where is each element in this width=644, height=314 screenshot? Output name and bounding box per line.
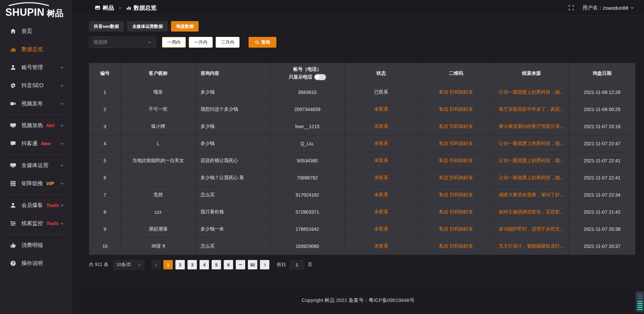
page-button-5[interactable]: 5 (212, 260, 221, 269)
date-cell: 2021-11-07 22:34 (569, 187, 636, 204)
table-row: 8zzz我只看价格572803371未联系私信 扫码加好友如何正确选择投影仪，买… (89, 204, 636, 221)
footer: Copyright 树品 2021 备案号：粤ICP备09019646号 (72, 286, 644, 314)
page-button-92[interactable]: 92 (248, 260, 257, 269)
query-button[interactable]: 查询 (249, 37, 276, 48)
qrcode-link[interactable]: 私信 扫码加好友 (418, 135, 494, 152)
page-button-2[interactable]: 2 (175, 260, 185, 269)
nickname-cell: 狐小狸 (121, 118, 196, 135)
table-row: 6多少钱？让我死心 看70898792未联系私信 扫码加好友让你一眼就爱上的黑科… (89, 169, 636, 187)
qrcode-link[interactable]: 私信 扫码加好友 (418, 169, 494, 187)
next-page-button[interactable] (260, 260, 269, 269)
page-button-6[interactable]: 6 (224, 260, 233, 269)
qrcode-link[interactable]: 私信 扫码加好友 (418, 204, 494, 221)
qrcode-link[interactable]: 私信 扫码加好友 (418, 84, 494, 101)
page-button-1[interactable]: 1 (163, 260, 173, 269)
sidebar-item-account-management[interactable]: 账号管理 (0, 58, 72, 76)
fullscreen-icon[interactable] (569, 5, 574, 10)
nickname-cell: zzz (121, 204, 196, 221)
sidebar-item-home[interactable]: 首页 (0, 22, 72, 40)
sidebar-item-badge: New (41, 141, 51, 146)
pagination: 共 911 条 10条/页 123456•••92 前往 1 页 (89, 260, 636, 270)
sidebar-item-all-media-operation[interactable]: 全媒体运营 (0, 156, 72, 174)
sidebar-item-label: 抖音SEO (21, 82, 44, 89)
page-button-3[interactable]: 3 (187, 260, 197, 269)
breadcrumb-page[interactable]: 数据总览 (134, 4, 157, 12)
sidebar-item-consumption-details[interactable]: 消费明细 (0, 236, 72, 254)
phone-only-toggle[interactable] (314, 74, 326, 80)
sidebar-item-operation-guide[interactable]: 操作说明 (0, 254, 72, 272)
user-icon (10, 64, 16, 70)
tab-询盘数据[interactable]: 询盘数据 (171, 21, 199, 32)
sidebar-item-data-overview[interactable]: 数据总览 (0, 40, 72, 58)
period-button-一周内[interactable]: 一周内 (162, 37, 186, 48)
breadcrumb-app[interactable]: 树品 (103, 4, 114, 12)
sidebar-item-douketong[interactable]: 抖客通New (0, 135, 72, 153)
chevron-down-icon (60, 142, 64, 146)
source-link[interactable]: 让你一眼就爱上的黑科技，能... (494, 84, 569, 101)
sidebar-item-douyin-seo[interactable]: 抖音SEO (0, 76, 72, 95)
column-header-客户昵称: 客户昵称 (121, 63, 196, 84)
tab-全媒体运营数据[interactable]: 全媒体运营数据 (127, 21, 168, 32)
date-cell: 2021-11-08 00:25 (569, 101, 636, 118)
sidebar-item-member-baoke[interactable]: 会员爆客Tools (0, 196, 72, 214)
chevron-down-icon (60, 181, 64, 186)
goto-page-input[interactable]: 1 (289, 260, 304, 270)
breadcrumb: 树品 > 数据总览 (95, 4, 157, 12)
filter-select-placeholder: 请选择 (93, 39, 107, 45)
qrcode-link[interactable]: 私信 扫码加好友 (418, 101, 494, 118)
phone-toggle-line: 只显示电话 (289, 74, 326, 80)
sidebar-divider (6, 234, 66, 234)
page-size-select[interactable]: 10条/页 (113, 260, 145, 270)
floating-widget-stripes (637, 301, 643, 310)
ellipsis-button[interactable]: ••• (236, 260, 245, 269)
nickname-cell: 36度 8 (121, 238, 196, 255)
sidebar-item-label: 视频加热 (21, 122, 43, 129)
qrcode-link[interactable]: 私信 扫码加好友 (418, 221, 494, 238)
qrcode-link[interactable]: 私信 扫码加好友 (418, 118, 494, 135)
qrcode-link[interactable]: 私信 扫码加好友 (418, 187, 494, 204)
user-menu[interactable]: 用户名： zswodun88 (583, 5, 634, 11)
sidebar-item-video-heating[interactable]: 视频加热Hot (0, 116, 72, 135)
page-button-4[interactable]: 4 (200, 260, 209, 269)
sidebar-item-matrix-boost[interactable]: 矩阵助推VIP (0, 174, 72, 193)
table-row: 7觉然怎么买917024162未联系私信 扫码加好友感谢大家喜欢我家，被问了好.… (89, 187, 636, 204)
sidebar-item-clue-monitoring[interactable]: 线索监控Tools (0, 214, 72, 232)
row-number: 1 (89, 84, 121, 101)
source-link[interactable]: 被大家追着问的客厅投影分享... (494, 118, 569, 135)
content-cell: 我只看价格 (196, 204, 270, 221)
source-link[interactable]: 如何正确选择投影仪，买投影... (494, 204, 569, 221)
tab-抖音seo数据[interactable]: 抖音seo数据 (89, 21, 124, 32)
row-number: 2 (89, 101, 121, 118)
qrcode-link[interactable]: 私信 扫码加好友 (418, 152, 494, 169)
qrcode-link[interactable]: 私信 扫码加好友 (418, 238, 494, 255)
source-link[interactable]: 感谢大家喜欢我家，被问了好... (494, 187, 569, 204)
date-cell: 2021-11-07 23:18 (569, 118, 636, 135)
phone-column-title: 帐号（电话） (293, 66, 321, 72)
status-cell: 已联系 (344, 84, 418, 101)
nickname-cell: L (121, 135, 196, 152)
source-link[interactable]: 让你一眼就爱上的黑科技，能... (494, 169, 569, 187)
period-button-一月内[interactable]: 一月内 (189, 37, 213, 48)
date-cell: 2021-11-07 21:42 (569, 204, 636, 221)
status-cell: 未联系 (344, 152, 418, 169)
prev-page-button[interactable] (151, 260, 161, 269)
source-link[interactable]: 让你一眼就爱上的黑科技，能... (494, 152, 569, 169)
source-link[interactable]: 客厅安装投影半年多了，真实... (494, 101, 569, 118)
chevron-down-icon (60, 123, 64, 127)
content-cell: 怎么买 (196, 238, 270, 255)
source-link[interactable]: 多功能护栏灯，适用于乡村文... (494, 221, 569, 238)
floating-widget[interactable] (636, 292, 644, 312)
status-cell: 未联系 (344, 204, 418, 221)
date-cell: 2021-11-07 22:41 (569, 169, 636, 187)
status-cell: 未联系 (344, 238, 418, 255)
source-link[interactable]: 无主灯设计，智能磁吸轨道灯... (494, 238, 569, 255)
content-cell: 多少钱一米 (196, 221, 270, 238)
sidebar-item-video-publish[interactable]: 视频发布 (0, 95, 72, 113)
row-number: 5 (89, 152, 121, 169)
row-number: 4 (89, 135, 121, 152)
account-cell: love__1215 (270, 118, 344, 135)
filter-select[interactable]: 请选择 (89, 37, 156, 48)
sidebar-item-badge: Tools (46, 203, 59, 208)
source-link[interactable]: 让你一眼就爱上的黑科技，能... (494, 135, 569, 152)
period-button-三月内[interactable]: 三月内 (216, 37, 239, 48)
